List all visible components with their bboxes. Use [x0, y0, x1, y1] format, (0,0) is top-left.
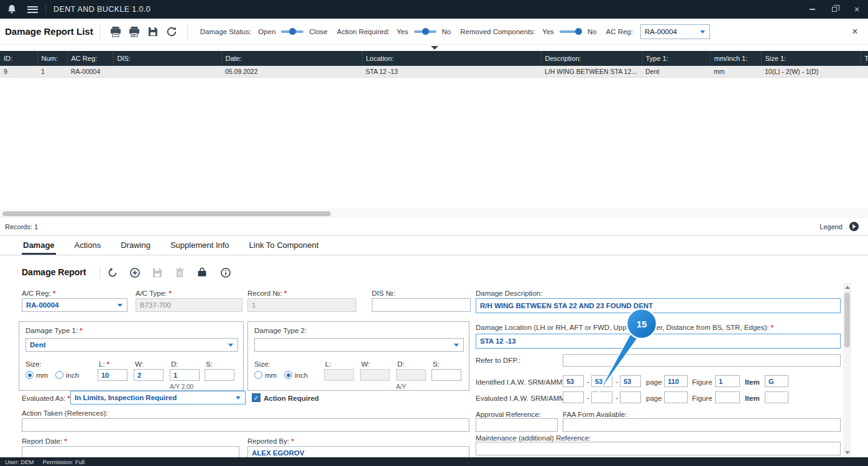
mm2-radio[interactable] — [254, 371, 262, 379]
column-header-description[interactable]: Description: — [541, 51, 642, 66]
damage-type2-select[interactable] — [254, 338, 464, 352]
identified-figure-input[interactable]: 1 — [715, 375, 740, 387]
restore-button[interactable] — [823, 0, 846, 19]
cell-id: 9 — [0, 66, 37, 78]
damage-type1-select[interactable]: Dent — [25, 338, 238, 352]
undo-icon[interactable] — [106, 266, 119, 280]
column-header-date[interactable]: Date: — [221, 51, 362, 66]
faa-form-input[interactable] — [563, 418, 841, 432]
damage-location-input[interactable]: STA 12 -13 — [476, 334, 841, 349]
evaluated-c3-input[interactable] — [620, 391, 641, 403]
vertical-scrollbar-thumb[interactable] — [844, 293, 850, 347]
damage-description-input[interactable]: R/H WING BETWEEN STA 22 AND 23 FOUND DEN… — [476, 298, 841, 313]
save-list-icon[interactable] — [144, 23, 162, 40]
damage-status-toggle[interactable] — [281, 27, 303, 35]
tab-link-to-component[interactable]: Link To Component — [248, 240, 320, 255]
close-panel-icon[interactable]: × — [852, 26, 858, 37]
removed-components-toggle[interactable] — [560, 27, 582, 35]
tab-damage[interactable]: Damage — [22, 240, 56, 255]
identified-c1-input[interactable]: 53 — [563, 375, 584, 387]
identified-iaw-label: Identified I.A.W. SRM/AMM — [476, 378, 562, 386]
collapse-grid-arrow-icon[interactable] — [431, 46, 438, 50]
w2-label: W: — [361, 360, 370, 368]
evaluated-item-input[interactable] — [765, 391, 788, 403]
add-record-icon[interactable] — [128, 266, 142, 280]
column-header-t[interactable]: T — [861, 51, 868, 66]
damage-type1-group: Damage Type 1:* Dent Size: mm inch L:* W… — [19, 321, 244, 391]
action-taken-label: Action Taken (References): — [22, 409, 108, 417]
s2-input[interactable] — [432, 369, 461, 381]
legend-expand-icon[interactable] — [849, 221, 859, 232]
evaluated-figure-label: Figure — [692, 395, 713, 402]
w1-input[interactable]: 2 — [134, 369, 164, 381]
refresh-icon[interactable] — [162, 23, 181, 40]
chevron-down-icon — [454, 344, 459, 347]
save-record-icon[interactable] — [150, 266, 164, 280]
close-button[interactable]: × — [846, 0, 868, 19]
ac-reg-filter-select[interactable]: RA-00004 — [640, 24, 710, 39]
d1-input[interactable]: 1 — [170, 369, 200, 381]
action-required-checkbox[interactable] — [252, 393, 261, 402]
l1-input[interactable]: 10 — [98, 369, 127, 381]
column-header-dis[interactable]: DIS: — [113, 51, 221, 66]
table-row[interactable]: 9 1 RA-00004 05.09.2022 STA 12 -13 L/H W… — [0, 66, 868, 78]
identified-figure-label: Figure — [692, 378, 713, 386]
mm-radio[interactable] — [25, 371, 34, 379]
briefcase-icon[interactable] — [195, 266, 209, 280]
action-required-label: Action Required — [264, 395, 319, 402]
horizontal-scrollbar[interactable] — [0, 209, 868, 217]
evaluated-c2-input[interactable] — [591, 391, 612, 403]
identified-c3-input[interactable]: 53 — [620, 375, 641, 387]
scroll-up-icon[interactable] — [845, 286, 850, 289]
column-header-type1[interactable]: Type 1: — [642, 51, 710, 66]
column-header-location[interactable]: Location: — [362, 51, 541, 66]
evaluated-as-select[interactable]: In Limits, Inspection Required — [70, 391, 246, 404]
print-list-icon[interactable] — [125, 23, 144, 40]
dis-no-input[interactable] — [372, 298, 471, 312]
damage-status-label: Damage Status: — [200, 28, 251, 35]
horizontal-scrollbar-thumb[interactable] — [2, 211, 331, 216]
ac-reg-select[interactable]: RA-00004 — [22, 298, 127, 312]
tab-supplement-info[interactable]: Supplement Info — [169, 240, 231, 255]
column-header-acreg[interactable]: AC Reg: — [67, 51, 113, 66]
chevron-down-icon — [236, 396, 241, 400]
column-header-mminch1[interactable]: mm/inch 1: — [710, 51, 761, 66]
s1-label: S: — [206, 360, 213, 368]
column-header-size1[interactable]: Size 1: — [761, 51, 861, 66]
column-header-num[interactable]: Num: — [37, 51, 67, 66]
approval-reference-input[interactable] — [476, 418, 558, 432]
page-title: Damage Report List — [5, 26, 93, 37]
column-header-id[interactable]: ID: — [0, 51, 37, 66]
dash: - — [616, 394, 618, 401]
mm-label: mm — [36, 372, 48, 379]
s1-input[interactable] — [205, 369, 234, 381]
identified-page-input[interactable]: 110 — [664, 375, 688, 387]
maintenance-reference-input[interactable] — [476, 442, 841, 455]
approval-reference-label: Approval Reference: — [476, 411, 541, 418]
evaluated-page-input[interactable] — [664, 391, 688, 403]
print-icon[interactable] — [106, 23, 125, 40]
cell-location: STA 12 -13 — [362, 66, 541, 78]
action-taken-input[interactable] — [22, 418, 469, 432]
vertical-scrollbar[interactable] — [843, 283, 851, 457]
tab-actions[interactable]: Actions — [73, 240, 103, 255]
cell-size1: 10(L) - 2(W) - 1(D) — [761, 66, 861, 78]
form-header-divider — [99, 266, 100, 279]
refer-dfp-input[interactable] — [563, 354, 841, 367]
records-bar: Records: 1 Legend — [0, 218, 868, 235]
inch-radio[interactable] — [55, 371, 63, 379]
evaluated-c1-input[interactable] — [563, 391, 584, 403]
removed-components-label: Removed Components: — [460, 28, 535, 35]
identified-item-input[interactable]: G — [765, 375, 788, 387]
info-icon[interactable] — [219, 266, 233, 280]
evaluated-figure-input[interactable] — [715, 391, 740, 403]
inch2-radio[interactable] — [284, 371, 292, 379]
scroll-down-icon[interactable] — [845, 451, 850, 454]
minimize-button[interactable] — [801, 0, 823, 19]
delete-record-icon[interactable] — [173, 266, 187, 280]
tab-drawing[interactable]: Drawing — [119, 240, 152, 255]
records-count: Records: 1 — [5, 223, 38, 231]
identified-c2-input[interactable]: 53 — [591, 375, 612, 387]
menu-icon[interactable] — [27, 6, 38, 13]
action-required-toggle[interactable] — [414, 27, 436, 35]
